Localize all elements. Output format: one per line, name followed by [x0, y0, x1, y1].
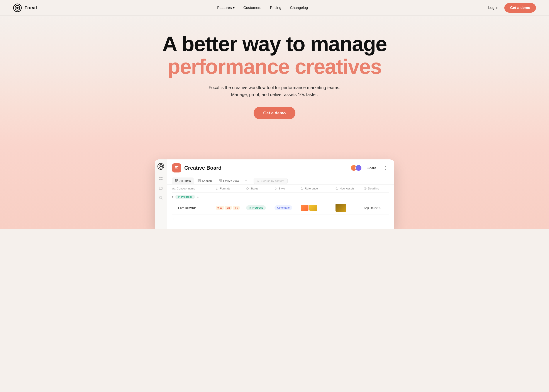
svg-rect-20 — [200, 179, 201, 182]
focal-logo-icon — [13, 3, 22, 12]
nav-item-customers[interactable]: Customers — [243, 6, 261, 10]
sidebar-icon-grid[interactable] — [158, 176, 163, 181]
format-tags-cell: 9:16 1:1 4:5 — [216, 206, 246, 210]
board-title: Creative Board — [184, 165, 222, 171]
app-header: Creative Board Share ⋮ — [167, 159, 394, 175]
svg-point-5 — [160, 166, 162, 167]
nav-item-pricing[interactable]: Pricing — [270, 6, 281, 10]
avatar-2 — [355, 165, 362, 171]
svg-point-10 — [159, 196, 162, 199]
kanban-icon — [197, 179, 201, 182]
tag-icon — [216, 187, 218, 190]
asset-thumb-1 — [336, 204, 346, 212]
format-tag-45: 4:5 — [233, 206, 240, 210]
clock-icon — [364, 187, 367, 190]
svg-rect-24 — [220, 181, 222, 182]
svg-rect-8 — [159, 179, 161, 180]
table-icon — [175, 179, 178, 182]
login-button[interactable]: Log in — [488, 6, 498, 10]
app-preview: Creative Board Share ⋮ — [155, 159, 394, 229]
col-header-assets: New Assets — [336, 187, 364, 190]
folder-icon — [301, 187, 303, 190]
style-cell: Cinematic — [274, 205, 301, 210]
hero-title-main: A better way to manage — [9, 33, 540, 55]
group-chevron-icon[interactable]: ▾ — [172, 196, 173, 198]
nav-get-demo-button[interactable]: Get a demo — [504, 3, 536, 13]
col-header-concept: Aa Concept name — [172, 187, 216, 190]
svg-rect-21 — [219, 179, 220, 181]
sidebar-icon-search[interactable] — [158, 195, 163, 200]
nav-item-features[interactable]: Features ▾ — [217, 6, 235, 10]
tab-kanban[interactable]: Kanban — [195, 177, 215, 184]
col-header-status: Status — [246, 187, 274, 190]
app-tabs: All Briefs Kanban — [167, 175, 394, 185]
content-search-box[interactable]: Search by content — [253, 178, 288, 184]
board-icon-wrap — [172, 163, 181, 173]
format-tag-11: 1:1 — [225, 206, 232, 210]
format-tag-916: 9:16 — [216, 206, 224, 210]
ref-thumb-1 — [301, 205, 309, 211]
table-row: Earn Rewards 9:16 1:1 4:5 In Progress Ci… — [172, 201, 389, 215]
deadline-cell: Sep 8th 2024 — [364, 206, 389, 210]
sidebar-icon-folder[interactable] — [158, 186, 163, 191]
status-cell: In Progress — [246, 205, 274, 210]
nav-item-changelog[interactable]: Changelog — [290, 6, 308, 10]
hero-subtitle: Focal is the creative workflow tool for … — [9, 84, 540, 98]
status-badge: In Progress — [246, 205, 266, 210]
add-tab-button[interactable]: + — [243, 177, 249, 184]
app-main-content: Creative Board Share ⋮ — [167, 159, 394, 229]
new-assets-icon — [336, 187, 338, 190]
assets-cell — [336, 204, 364, 212]
svg-rect-17 — [177, 181, 178, 182]
svg-rect-18 — [198, 179, 199, 182]
col-header-reference: Reference — [301, 187, 336, 190]
app-table: Aa Concept name Formats Status Style — [167, 185, 394, 224]
brand-name: Focal — [24, 5, 37, 11]
app-preview-wrapper: Creative Board Share ⋮ — [0, 146, 549, 229]
tab-emilys-view[interactable]: Emily's View — [216, 177, 242, 184]
share-button[interactable]: Share — [365, 165, 379, 171]
svg-rect-12 — [175, 168, 177, 168]
reference-cell — [301, 205, 336, 211]
nav-links: Features ▾ Customers Pricing Changelog — [217, 6, 308, 10]
svg-rect-16 — [175, 181, 176, 182]
status-icon — [246, 187, 249, 190]
hero-title-accent: performance creatives — [9, 55, 540, 78]
svg-rect-13 — [175, 168, 178, 169]
app-sidebar — [155, 159, 167, 229]
svg-rect-9 — [161, 179, 162, 180]
style-icon — [274, 187, 277, 190]
tab-all-briefs[interactable]: All Briefs — [172, 177, 194, 184]
brand-logo[interactable]: Focal — [13, 3, 37, 12]
chevron-down-icon: ▾ — [233, 6, 235, 10]
plus-icon: + — [172, 217, 174, 221]
svg-point-25 — [257, 180, 259, 182]
ref-thumb-2 — [309, 205, 317, 211]
hero-get-demo-button[interactable]: Get a demo — [253, 107, 295, 119]
board-icon — [174, 166, 179, 170]
col-header-deadline: Deadline — [364, 187, 389, 190]
app-header-right: Share ⋮ — [351, 165, 389, 171]
group-count: 1 — [197, 195, 199, 198]
nav-actions: Log in Get a demo — [488, 3, 536, 13]
view-icon — [219, 179, 222, 182]
app-header-left: Creative Board — [172, 163, 222, 173]
sidebar-logo — [157, 163, 164, 170]
concept-name-cell: Earn Rewards — [172, 206, 216, 210]
svg-rect-7 — [161, 177, 162, 178]
svg-rect-11 — [175, 166, 178, 167]
svg-point-2 — [16, 7, 19, 9]
text-aa-icon: Aa — [172, 187, 175, 190]
add-row-button[interactable]: + — [172, 215, 389, 224]
svg-rect-19 — [199, 179, 200, 181]
svg-rect-15 — [177, 179, 178, 181]
group-row-in-progress: ▾ In Progress 1 — [172, 193, 389, 201]
hero-section: A better way to manage performance creat… — [0, 16, 549, 146]
svg-point-26 — [217, 188, 218, 188]
svg-rect-23 — [219, 181, 220, 182]
style-badge: Cinematic — [274, 205, 292, 210]
search-icon — [257, 179, 260, 182]
svg-rect-14 — [175, 179, 176, 181]
col-header-formats: Formats — [216, 187, 246, 190]
more-options-button[interactable]: ⋮ — [382, 165, 389, 171]
